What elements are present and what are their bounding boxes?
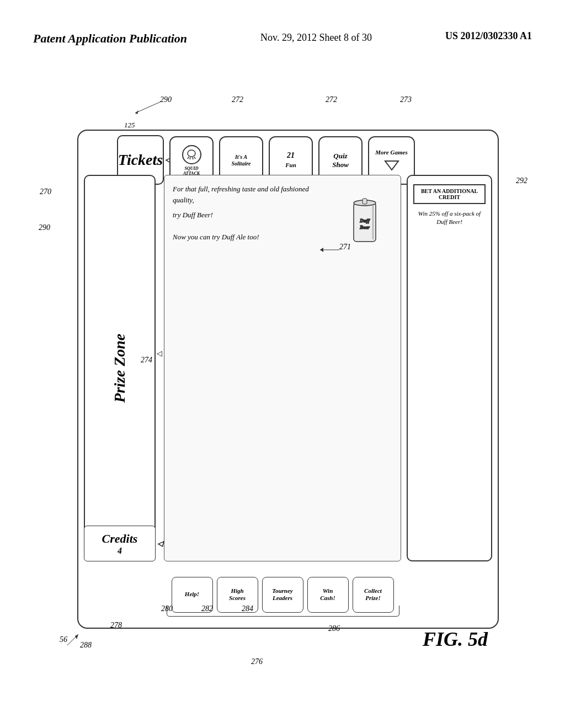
ad-text-line3: Now you can try Duff Ale too!	[173, 232, 332, 243]
patent-header: Patent Application Publication Nov. 29, …	[0, 30, 565, 47]
tickets-label: Tickets	[118, 151, 163, 169]
svg-text:Duff: Duff	[359, 218, 370, 223]
ref-290-arrow-top	[130, 99, 163, 116]
svg-line-4	[194, 157, 195, 159]
svg-marker-5	[385, 161, 398, 170]
credits-number: 4	[102, 546, 138, 556]
ref-125: 125	[124, 121, 135, 130]
tourney-leaders-label: TourneyLeaders	[272, 587, 293, 602]
svg-line-12	[135, 102, 160, 113]
svg-rect-8	[363, 199, 367, 204]
fig-label: FIG. 5d	[423, 628, 488, 651]
ref-290-left: 290	[39, 223, 50, 232]
squid-circle	[182, 145, 201, 164]
svg-marker-15	[320, 248, 323, 252]
svg-line-3	[193, 157, 193, 159]
solitaire-label: It's ASolitaire	[231, 154, 250, 167]
beer-can-image: Duff Beer	[337, 195, 392, 250]
ref-272b: 272	[326, 95, 337, 104]
21fun-label: 21Fun	[285, 151, 296, 170]
prize-zone-label: Prize Zone	[111, 334, 129, 403]
diagram-area: Tickets ◁	[33, 85, 532, 695]
prize-zone-arrow: ◁	[157, 349, 162, 358]
right-sidebar: BET AN ADDITIONAL CREDIT Win 25% off a s…	[407, 175, 492, 561]
ref-276: 276	[251, 657, 263, 666]
prize-zone-sidebar: Prize Zone ◁	[84, 175, 156, 561]
ref-286: 286	[328, 624, 340, 633]
ref-56: 56	[60, 635, 67, 644]
credits-label: Credits	[102, 532, 138, 546]
ref-270: 270	[40, 188, 51, 196]
header-center: Nov. 29, 2012 Sheet 8 of 30	[260, 30, 372, 45]
ref-273: 273	[400, 95, 412, 104]
svg-line-2	[190, 157, 190, 159]
ad-text-line2: try Duff Beer!	[173, 210, 332, 221]
ref-278: 278	[110, 621, 122, 630]
svg-marker-17	[75, 634, 78, 639]
ref-56-arrow	[67, 631, 84, 648]
header-right: US 2012/0302330 A1	[445, 30, 532, 42]
collect-prize-label: CollectPrize!	[364, 587, 382, 602]
credits-box: Credits 4 ◁	[84, 526, 156, 561]
more-games-label: More Games	[375, 149, 407, 156]
ref-284: 284	[242, 604, 253, 613]
ad-content: For that full, refreshing taste and old …	[164, 175, 401, 561]
ref-292: 292	[516, 176, 527, 185]
svg-point-0	[188, 150, 195, 157]
main-ad-area: For that full, refreshing taste and old …	[164, 175, 401, 561]
ad-text-line1: For that full, refreshing taste and old …	[173, 184, 332, 205]
bet-additional-credit-button[interactable]: BET AN ADDITIONAL CREDIT	[413, 184, 486, 204]
win-text: Win 25% off a six-pack of Duff Beer!	[408, 207, 491, 229]
ref-274: 274	[141, 356, 152, 365]
svg-text:Beer: Beer	[359, 224, 370, 230]
ref-271-arrow	[320, 245, 342, 254]
svg-line-1	[188, 157, 189, 159]
quiz-label: QuizShow	[332, 152, 349, 169]
ref-280: 280	[161, 604, 173, 613]
device-frame: Tickets ◁	[77, 130, 499, 629]
help-label: Help!	[185, 591, 199, 598]
header-left: Patent Application Publication	[33, 30, 187, 47]
win-cash-label: WinCash!	[320, 587, 335, 602]
credits-arrow: ◁	[157, 539, 163, 548]
svg-marker-13	[135, 110, 138, 114]
ad-text: For that full, refreshing taste and old …	[173, 184, 332, 247]
high-scores-label: HighScores	[229, 587, 246, 602]
ref-272a: 272	[232, 95, 243, 104]
ref-282: 282	[201, 604, 213, 613]
